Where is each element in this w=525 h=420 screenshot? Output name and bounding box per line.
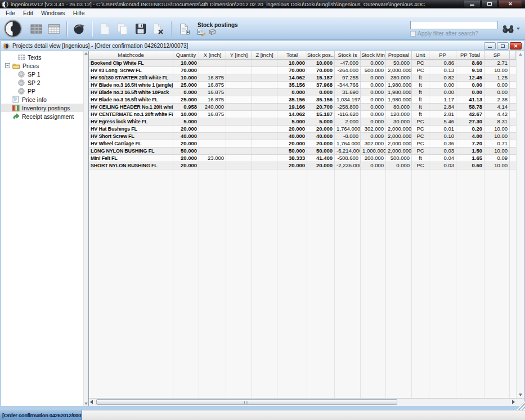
table-cell: 0.000 [277, 89, 307, 96]
duplicate-record-button[interactable] [115, 21, 130, 36]
table-row[interactable]: HV 90/180 STARTER 20ft white FL10.00016.… [89, 74, 516, 82]
table-row[interactable]: HV CEILING HEADER No.1 20ft white F0.958… [89, 104, 516, 111]
table-row[interactable]: HV Blade no.3 16.5ft white FL25.00016.87… [89, 96, 516, 104]
maximize-button[interactable] [481, 1, 498, 8]
tree-scroll-up-icon[interactable] [84, 52, 88, 55]
stock-posting-table-button[interactable] [198, 29, 205, 36]
column-header-matchcode[interactable]: Matchcode [89, 51, 173, 60]
table-cell: HV CENTERMATE no.1 20ft white FL [89, 111, 173, 118]
save-button[interactable] [133, 21, 148, 36]
table-cell: 0.000 [361, 74, 386, 82]
table-vertical-scrollbar[interactable] [516, 51, 524, 398]
search-options-caret[interactable] [517, 28, 520, 30]
table-cell: 0.36 [429, 140, 456, 148]
column-header-proposal[interactable]: Proposal [386, 51, 412, 60]
apply-filter-checkbox[interactable] [410, 31, 416, 37]
table-cell: 10.00 [484, 162, 510, 169]
table-cell [252, 140, 277, 148]
table-cell-filler [510, 155, 516, 162]
column-header-stock-pos[interactable]: Stock pos... [307, 51, 335, 60]
scroll-left-icon[interactable] [90, 400, 93, 404]
tree-scroll-down-icon[interactable] [84, 403, 88, 405]
list-view-button[interactable] [29, 21, 43, 36]
table-row[interactable]: HV Short Screw FL40.00040.00040.000-8.00… [89, 133, 516, 140]
close-button[interactable]: ✕ [499, 1, 522, 8]
ingenious-logo-button[interactable] [3, 19, 23, 39]
table-cell: 0.000 [361, 82, 386, 89]
menu-bar: FileEditWindowsHilfe [0, 8, 525, 18]
table-cell: 0.000 [361, 89, 386, 96]
sidebar-item-label: SP 2 [28, 79, 41, 86]
menu-windows[interactable]: Windows [38, 9, 70, 17]
table-cell [252, 155, 277, 162]
scroll-down-icon[interactable] [519, 394, 522, 396]
stock-journal-button[interactable] [208, 29, 216, 35]
column-header-x-inch[interactable]: X [inch] [199, 51, 226, 60]
menu-edit[interactable]: Edit [20, 9, 38, 17]
scroll-right-icon[interactable] [512, 400, 515, 404]
sidebar-item-sp-2[interactable]: SP 2 [1, 78, 83, 87]
column-header-unit[interactable]: Unit [412, 51, 429, 60]
calendar-view-button[interactable] [47, 21, 61, 36]
column-header-z-inch[interactable]: Z [inch] [252, 51, 277, 60]
sidebar-item-receipt-assignment[interactable]: Receipt assignment [1, 112, 83, 120]
sidebar-item-texts[interactable]: Texts [1, 53, 83, 61]
table-row[interactable]: HV Wheel Carriage FL20.00020.00020.0001,… [89, 140, 516, 148]
column-header-pp[interactable]: PP [429, 51, 456, 60]
table-cell: HV Short Screw FL [89, 133, 173, 140]
table-horizontal-scrollbar[interactable] [89, 398, 524, 406]
status-document-tab[interactable]: [Order confirmation 04262012/00073 [0, 410, 82, 420]
table-row[interactable]: HV Blade no.3 16.5ft white 10Pack0.00016… [89, 89, 516, 96]
table-cell-filler [510, 104, 516, 111]
table-row[interactable]: Mini Felt FL20.00023.00038.33341.400-508… [89, 155, 516, 162]
table-cell: Mini Felt FL [89, 155, 173, 162]
column-header-pp-total[interactable]: PP Total [456, 51, 484, 60]
table-cell: 120.000 [386, 111, 412, 118]
table-row[interactable]: HV Egress lock White FL5.0005.0005.0002.… [89, 118, 516, 126]
table-cell: 50.000 [277, 148, 307, 155]
collapse-icon[interactable]: − [5, 63, 10, 68]
sidebar-item-prices[interactable]: −Prices [1, 61, 83, 70]
search-binoculars-button[interactable] [502, 24, 514, 33]
table-cell: 70.000 [307, 67, 335, 74]
delete-record-button[interactable] [151, 21, 166, 36]
sidebar-item-price-info[interactable]: Price info [1, 95, 83, 104]
table-row[interactable]: HV Blade no.3 16.5ft white 1 (single)25.… [89, 82, 516, 89]
column-header-y-inch[interactable]: Y [inch] [226, 51, 252, 60]
table-row[interactable]: LONG NYLON BUSHING FL50.00050.00050.000-… [89, 148, 516, 155]
column-header-stock-min[interactable]: Stock Min [361, 51, 386, 60]
new-record-button[interactable] [97, 21, 112, 36]
tree-scrollbar[interactable] [83, 51, 88, 406]
menu-file[interactable]: File [3, 9, 20, 17]
menu-hilfe[interactable]: Hilfe [70, 9, 90, 17]
sidebar-item-inventory-postings[interactable]: Inventory postings [1, 104, 83, 112]
table-cell: 16.875 [199, 89, 226, 96]
column-header-stock-is[interactable]: Stock Is [335, 51, 361, 60]
table-cell: 0.03 [429, 148, 456, 155]
table-cell: PC [412, 140, 429, 148]
table-row[interactable]: Bookend Clip White FL10.00010.00010.000-… [89, 60, 516, 67]
column-header-quantity[interactable]: Quantity [173, 51, 199, 60]
minimize-button[interactable] [464, 1, 481, 8]
empty-column [89, 169, 173, 398]
doc-restore-button[interactable] [497, 42, 509, 50]
table-cell: 4.42 [484, 111, 510, 118]
search-input[interactable] [410, 21, 498, 29]
sidebar-item-sp-1[interactable]: SP 1 [1, 70, 83, 78]
scroll-up-icon[interactable] [519, 53, 522, 56]
table-cell: 1.50 [456, 148, 484, 155]
doc-close-button[interactable]: ✕ [510, 42, 522, 50]
table-row[interactable]: HV #3 Long Screw FL70.00070.00070.000-26… [89, 67, 516, 74]
document-titlebar[interactable]: Projects detail view [Ingenious] - [Orde… [1, 41, 524, 51]
column-header-total[interactable]: Total [277, 51, 307, 60]
table-row[interactable]: HV Hat Bushings FL20.00020.00020.0001,76… [89, 126, 516, 133]
clipboard-add-button[interactable] [177, 21, 191, 36]
table-cell: 0.00 [456, 89, 484, 96]
scrollbar-thumb[interactable] [96, 399, 397, 405]
table-row[interactable]: SHORT NYLON BUSHING FL20.00020.00020.000… [89, 162, 516, 169]
doc-minimize-button[interactable] [484, 42, 496, 50]
sidebar-item-pp[interactable]: PP [1, 87, 83, 95]
table-row[interactable]: HV CENTERMATE no.1 20ft white FL10.00016… [89, 111, 516, 118]
column-header-sp[interactable]: SP [484, 51, 510, 60]
navigate-button[interactable] [72, 21, 87, 36]
